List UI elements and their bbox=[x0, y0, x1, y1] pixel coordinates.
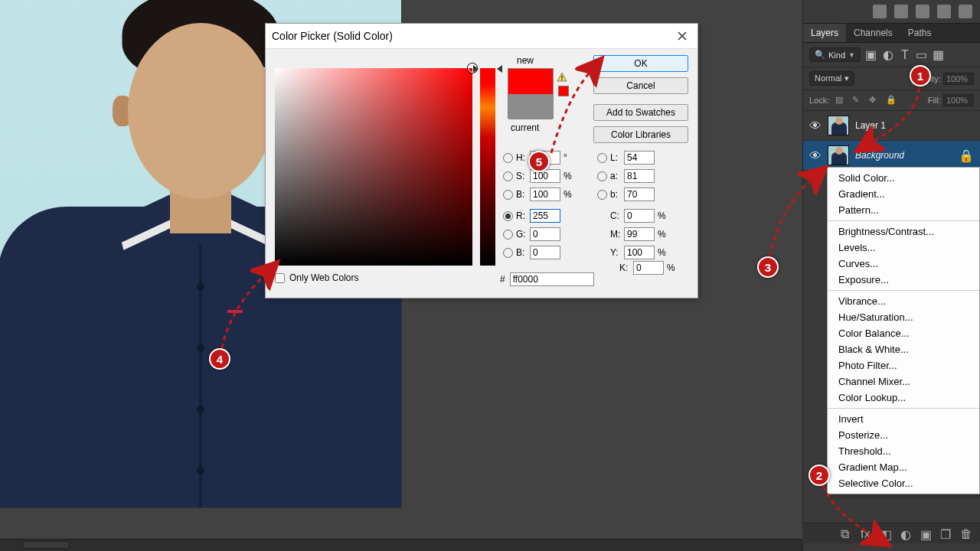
annotation-arrow bbox=[0, 0, 980, 551]
annotation-badge-2: 2 bbox=[808, 465, 830, 486]
annotation-badge-4: 4 bbox=[209, 348, 230, 370]
annotation-badge-5: 5 bbox=[528, 151, 550, 172]
annotation-badge-3: 3 bbox=[757, 256, 779, 278]
annotation-badge-1: 1 bbox=[910, 65, 931, 86]
